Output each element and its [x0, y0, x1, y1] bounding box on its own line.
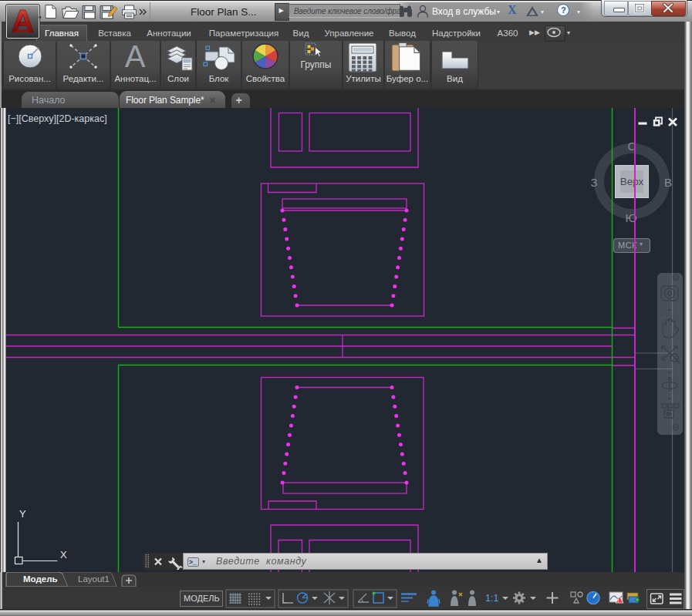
- svg-text:A: A: [125, 42, 146, 73]
- svg-text:1:1: 1:1: [485, 593, 498, 604]
- svg-text:Y: Y: [19, 508, 26, 520]
- svg-text:X: X: [60, 549, 67, 560]
- svg-text:!: !: [617, 598, 619, 603]
